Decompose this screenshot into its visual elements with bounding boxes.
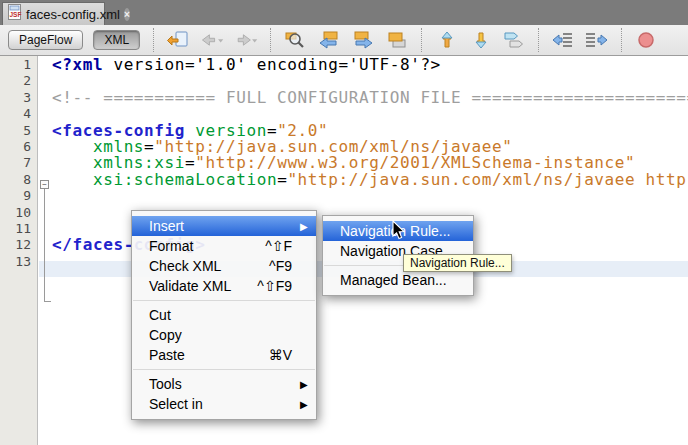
- previous-bookmark-icon[interactable]: [433, 29, 459, 51]
- line-number: 2: [0, 73, 37, 89]
- menu-item-check-xml[interactable]: Check XML^F9: [132, 256, 316, 276]
- tab-faces-config[interactable]: JSF faces-config.xml ×: [2, 2, 105, 25]
- tab-bar: JSF faces-config.xml ×: [0, 0, 688, 25]
- menu-item-label: Insert: [149, 218, 184, 234]
- shift-line-right-icon[interactable]: [584, 29, 610, 51]
- editor-window: JSF faces-config.xml × PageFlow XML 1234…: [0, 0, 688, 445]
- code-token: "http://java.sun.com/xml/ns/javaee http:…: [287, 170, 688, 189]
- next-bookmark-icon[interactable]: [467, 29, 493, 51]
- jsf-file-icon: JSF: [7, 4, 22, 24]
- menu-separator: [133, 300, 315, 301]
- line-number: 9: [0, 188, 37, 204]
- menu-item-validate-xml[interactable]: Validate XML^⇧F9: [132, 276, 316, 296]
- record-macro-icon[interactable]: [633, 29, 659, 51]
- toolbar-separator: [621, 28, 622, 52]
- code-fold-guide: [44, 189, 45, 301]
- menu-separator: [133, 369, 315, 370]
- code-token: [52, 170, 93, 189]
- forward-icon[interactable]: [233, 29, 259, 51]
- code-line-3[interactable]: <!-- =========== FULL CONFIGURATION FILE…: [52, 90, 688, 106]
- line-number: 4: [0, 106, 37, 122]
- context-menu: Insert▶Format^⇧FCheck XML^F9Validate XML…: [131, 210, 317, 420]
- menu-item-format[interactable]: Format^⇧F: [132, 236, 316, 256]
- svg-text:JSF: JSF: [10, 11, 22, 18]
- mouse-cursor-icon: [391, 220, 406, 242]
- menu-item-label: Validate XML: [149, 278, 231, 294]
- menu-item-cut[interactable]: Cut: [132, 305, 316, 325]
- menu-item-label: Copy: [149, 327, 182, 343]
- code-token: <!-- =========== FULL CONFIGURATION FILE…: [52, 88, 688, 107]
- code-token: xsi:schemaLocation: [93, 170, 277, 189]
- code-token: version='1.0' encoding='UTF-8'?>: [103, 57, 441, 74]
- last-edit-location-icon[interactable]: [165, 29, 191, 51]
- menu-item-insert[interactable]: Insert▶: [132, 216, 316, 236]
- code-token: =: [277, 170, 287, 189]
- tab-close-icon[interactable]: ×: [124, 8, 130, 21]
- tab-title: faces-config.xml: [26, 7, 120, 22]
- back-icon[interactable]: [199, 29, 225, 51]
- line-number: 7: [0, 155, 37, 171]
- menu-item-shortcut: ^⇧F9: [257, 278, 292, 294]
- menu-item-label: Managed Bean...: [340, 272, 447, 288]
- menu-item-label: Check XML: [149, 258, 221, 274]
- menu-item-label: Tools: [149, 376, 182, 392]
- toolbar-separator: [153, 28, 154, 52]
- menu-item-shortcut: ^⇧F: [265, 238, 292, 254]
- toolbar-separator: [538, 28, 539, 52]
- toolbar-separator: [270, 28, 271, 52]
- line-number: 6: [0, 139, 37, 155]
- find-previous-icon[interactable]: [316, 29, 342, 51]
- menu-item-paste[interactable]: Paste⌘V: [132, 345, 316, 365]
- menu-item-label: Format: [149, 238, 193, 254]
- submenu-arrow-icon: ▶: [300, 399, 308, 410]
- shift-line-left-icon[interactable]: [550, 29, 576, 51]
- submenu-arrow-icon: ▶: [300, 379, 308, 390]
- menu-item-tools[interactable]: Tools▶: [132, 374, 316, 394]
- toggle-search-highlight-icon[interactable]: [384, 29, 410, 51]
- tooltip: Navigation Rule...: [403, 254, 512, 272]
- menu-item-select-in[interactable]: Select in▶: [132, 394, 316, 414]
- toolbar-icon-group: [150, 28, 659, 52]
- line-number: 10: [0, 205, 37, 221]
- toolbar-separator: [421, 28, 422, 52]
- line-number: 1: [0, 57, 37, 73]
- line-number-gutter: 12345678910111213: [0, 56, 38, 445]
- menu-item-label: Cut: [149, 307, 171, 323]
- line-number: 12: [0, 237, 37, 253]
- line-number: 5: [0, 123, 37, 139]
- menu-item-label: Select in: [149, 396, 203, 412]
- line-number: 13: [0, 254, 37, 270]
- editor-toolbar: PageFlow XML: [0, 25, 688, 56]
- code-fold-toggle-icon[interactable]: −: [40, 180, 49, 189]
- code-line-8[interactable]: xsi:schemaLocation="http://java.sun.com/…: [52, 172, 688, 188]
- menu-item-shortcut: ⌘V: [269, 347, 292, 363]
- line-number: 11: [0, 221, 37, 237]
- code-line-1[interactable]: <?xml version='1.0' encoding='UTF-8'?>: [52, 57, 688, 73]
- xml-view-button[interactable]: XML: [93, 30, 140, 50]
- find-next-icon[interactable]: [350, 29, 376, 51]
- menu-item-copy[interactable]: Copy: [132, 325, 316, 345]
- code-line-9[interactable]: [52, 188, 688, 204]
- submenu-item-managed-bean[interactable]: Managed Bean...: [323, 270, 473, 290]
- submenu-arrow-icon: ▶: [300, 221, 308, 232]
- pageflow-view-button[interactable]: PageFlow: [8, 30, 83, 50]
- menu-item-shortcut: ^F9: [269, 258, 292, 274]
- line-number: 3: [0, 90, 37, 106]
- line-number: 8: [0, 172, 37, 188]
- menu-item-label: Paste: [149, 347, 185, 363]
- code-token: <?xml: [52, 57, 103, 74]
- toggle-bookmark-icon[interactable]: [501, 29, 527, 51]
- find-icon[interactable]: [282, 29, 308, 51]
- code-fold-guide-end: [44, 301, 51, 302]
